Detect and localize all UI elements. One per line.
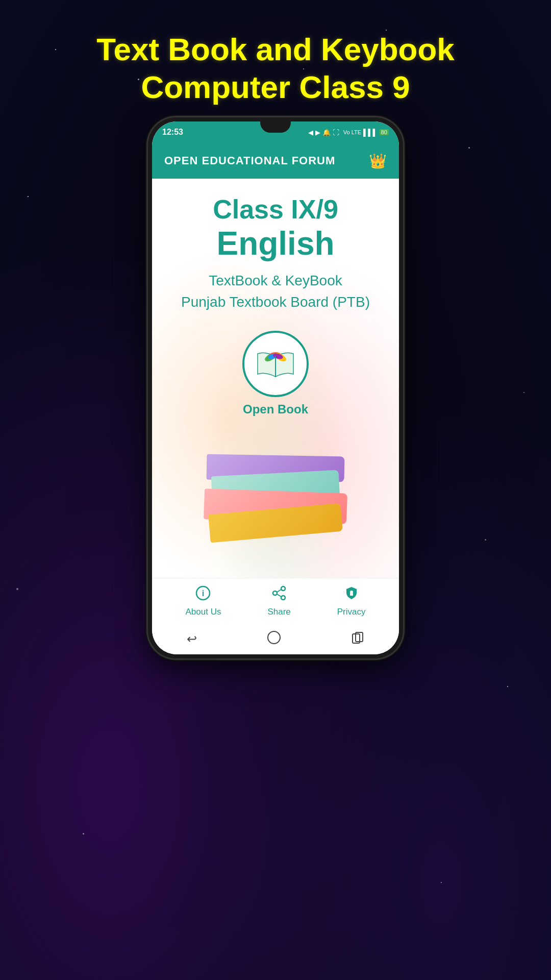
app-bar: OPEN EDUCATIONAL FORUM 👑 [152,143,399,179]
textbook-keybook-label: TextBook & KeyBook [209,273,342,289]
signal-label: Vo LTE [343,129,361,135]
privacy-label: Privacy [337,607,366,617]
svg-point-9 [281,596,285,600]
open-book-button[interactable] [242,331,309,397]
back-button[interactable]: ↩ [187,632,197,646]
svg-point-8 [281,586,285,591]
book-stack [199,435,352,537]
screen-content: Class IX/9 English TextBook & KeyBook Pu… [152,121,399,624]
svg-line-12 [277,594,281,597]
phone-frame: 12:53 ◀ ▶ 🔔 ⛶ Vo LTE ▌▌▌ 80 OPEN EDUCATI… [148,117,403,658]
svg-point-10 [273,591,277,595]
nav-privacy[interactable]: Privacy [337,585,366,617]
content-area: Class IX/9 English TextBook & KeyBook Pu… [152,179,399,578]
crown-icon: 👑 [369,153,387,169]
class-title: Class IX/9 [213,194,338,225]
open-book-container[interactable]: Open Book [242,331,309,416]
battery-icon: 80 [380,129,389,135]
status-time: 12:53 [162,128,183,137]
svg-rect-14 [350,593,353,596]
about-us-icon: i [195,585,211,604]
youtube-icon: ▶ [315,129,320,136]
phone-notch [260,121,291,133]
ptb-label: Punjab Textbook Board (PTB) [181,294,370,310]
nav-share[interactable]: Share [267,585,290,617]
svg-line-11 [277,590,281,592]
gallery-icon: ⛶ [333,129,339,136]
privacy-icon [344,585,359,604]
bottom-nav: i About Us Sha [152,578,399,624]
phone-screen: 12:53 ◀ ▶ 🔔 ⛶ Vo LTE ▌▌▌ 80 OPEN EDUCATI… [152,121,399,654]
recent-button[interactable] [351,631,364,647]
signal-bars: ▌▌▌ [363,129,378,136]
navigation-icon: ◀ [308,129,313,136]
system-nav: ↩ [152,624,399,654]
page-title: Text Book and Keybook Computer Class 9 [0,31,551,107]
app-bar-title: OPEN EDUCATIONAL FORUM [164,154,335,167]
book-logo-icon [255,346,296,382]
status-icons: ◀ ▶ 🔔 ⛶ Vo LTE ▌▌▌ 80 [308,129,389,136]
home-button[interactable] [267,630,281,648]
svg-text:i: i [202,589,204,598]
subject-title: English [216,225,334,262]
svg-point-15 [268,631,280,644]
about-us-label: About Us [185,607,221,617]
open-book-label: Open Book [243,402,308,416]
share-label: Share [267,607,290,617]
nav-about-us[interactable]: i About Us [185,585,221,617]
share-icon [271,585,287,604]
mute-icon: 🔔 [322,129,331,136]
